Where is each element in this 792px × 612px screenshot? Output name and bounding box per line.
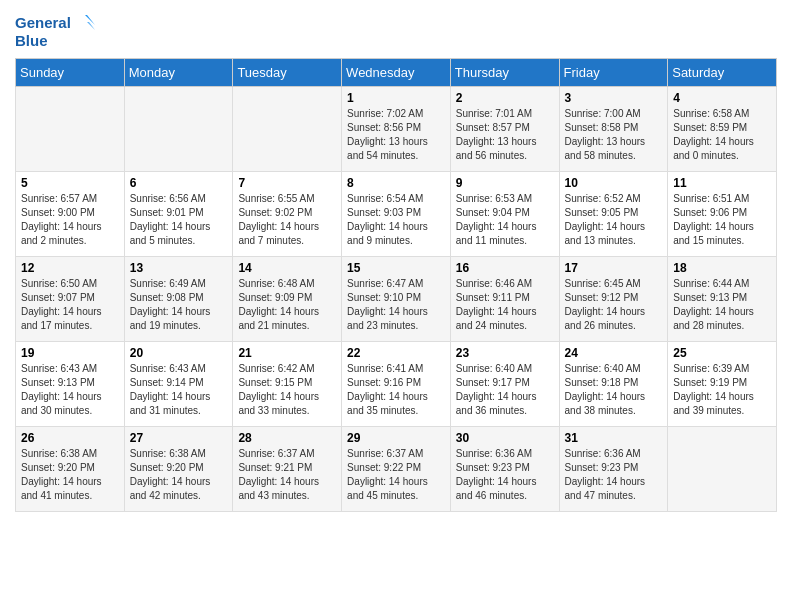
day-number: 4 [673,91,771,105]
calendar-cell: 28Sunrise: 6:37 AM Sunset: 9:21 PM Dayli… [233,427,342,512]
calendar-cell: 7Sunrise: 6:55 AM Sunset: 9:02 PM Daylig… [233,172,342,257]
weekday-header-sunday: Sunday [16,59,125,87]
calendar-cell: 5Sunrise: 6:57 AM Sunset: 9:00 PM Daylig… [16,172,125,257]
calendar-cell: 30Sunrise: 6:36 AM Sunset: 9:23 PM Dayli… [450,427,559,512]
day-number: 9 [456,176,554,190]
day-number: 26 [21,431,119,445]
day-number: 15 [347,261,445,275]
day-number: 5 [21,176,119,190]
day-number: 18 [673,261,771,275]
calendar-cell [668,427,777,512]
day-number: 22 [347,346,445,360]
day-number: 25 [673,346,771,360]
day-info: Sunrise: 6:42 AM Sunset: 9:15 PM Dayligh… [238,362,336,418]
day-info: Sunrise: 7:02 AM Sunset: 8:56 PM Dayligh… [347,107,445,163]
svg-text:General: General [15,14,71,31]
day-info: Sunrise: 6:48 AM Sunset: 9:09 PM Dayligh… [238,277,336,333]
calendar-cell: 21Sunrise: 6:42 AM Sunset: 9:15 PM Dayli… [233,342,342,427]
day-info: Sunrise: 6:44 AM Sunset: 9:13 PM Dayligh… [673,277,771,333]
day-number: 12 [21,261,119,275]
calendar-cell: 4Sunrise: 6:58 AM Sunset: 8:59 PM Daylig… [668,87,777,172]
calendar-cell: 13Sunrise: 6:49 AM Sunset: 9:08 PM Dayli… [124,257,233,342]
calendar-cell: 23Sunrise: 6:40 AM Sunset: 9:17 PM Dayli… [450,342,559,427]
day-number: 28 [238,431,336,445]
calendar-cell: 27Sunrise: 6:38 AM Sunset: 9:20 PM Dayli… [124,427,233,512]
logo-svg: General Blue [15,10,95,50]
day-info: Sunrise: 6:47 AM Sunset: 9:10 PM Dayligh… [347,277,445,333]
day-number: 10 [565,176,663,190]
day-info: Sunrise: 6:51 AM Sunset: 9:06 PM Dayligh… [673,192,771,248]
calendar-cell: 16Sunrise: 6:46 AM Sunset: 9:11 PM Dayli… [450,257,559,342]
calendar-cell: 14Sunrise: 6:48 AM Sunset: 9:09 PM Dayli… [233,257,342,342]
calendar-week-row: 19Sunrise: 6:43 AM Sunset: 9:13 PM Dayli… [16,342,777,427]
calendar-cell: 6Sunrise: 6:56 AM Sunset: 9:01 PM Daylig… [124,172,233,257]
day-number: 27 [130,431,228,445]
day-info: Sunrise: 6:43 AM Sunset: 9:14 PM Dayligh… [130,362,228,418]
page-header: General Blue [15,10,777,50]
weekday-header-thursday: Thursday [450,59,559,87]
day-info: Sunrise: 6:36 AM Sunset: 9:23 PM Dayligh… [456,447,554,503]
day-number: 11 [673,176,771,190]
day-info: Sunrise: 6:41 AM Sunset: 9:16 PM Dayligh… [347,362,445,418]
weekday-header-wednesday: Wednesday [342,59,451,87]
calendar-cell [16,87,125,172]
calendar-week-row: 1Sunrise: 7:02 AM Sunset: 8:56 PM Daylig… [16,87,777,172]
svg-marker-3 [87,22,95,30]
day-info: Sunrise: 6:56 AM Sunset: 9:01 PM Dayligh… [130,192,228,248]
day-number: 30 [456,431,554,445]
day-info: Sunrise: 6:36 AM Sunset: 9:23 PM Dayligh… [565,447,663,503]
calendar-cell: 19Sunrise: 6:43 AM Sunset: 9:13 PM Dayli… [16,342,125,427]
day-info: Sunrise: 6:49 AM Sunset: 9:08 PM Dayligh… [130,277,228,333]
day-number: 19 [21,346,119,360]
day-info: Sunrise: 6:58 AM Sunset: 8:59 PM Dayligh… [673,107,771,163]
day-info: Sunrise: 7:00 AM Sunset: 8:58 PM Dayligh… [565,107,663,163]
day-number: 21 [238,346,336,360]
day-number: 3 [565,91,663,105]
weekday-header-saturday: Saturday [668,59,777,87]
calendar-week-row: 26Sunrise: 6:38 AM Sunset: 9:20 PM Dayli… [16,427,777,512]
calendar-cell: 22Sunrise: 6:41 AM Sunset: 9:16 PM Dayli… [342,342,451,427]
day-number: 17 [565,261,663,275]
day-number: 7 [238,176,336,190]
day-number: 31 [565,431,663,445]
calendar-cell: 15Sunrise: 6:47 AM Sunset: 9:10 PM Dayli… [342,257,451,342]
day-info: Sunrise: 6:52 AM Sunset: 9:05 PM Dayligh… [565,192,663,248]
calendar-cell: 2Sunrise: 7:01 AM Sunset: 8:57 PM Daylig… [450,87,559,172]
day-info: Sunrise: 6:38 AM Sunset: 9:20 PM Dayligh… [21,447,119,503]
calendar-cell: 17Sunrise: 6:45 AM Sunset: 9:12 PM Dayli… [559,257,668,342]
weekday-header-friday: Friday [559,59,668,87]
day-number: 29 [347,431,445,445]
day-info: Sunrise: 6:38 AM Sunset: 9:20 PM Dayligh… [130,447,228,503]
calendar-cell: 18Sunrise: 6:44 AM Sunset: 9:13 PM Dayli… [668,257,777,342]
day-number: 16 [456,261,554,275]
calendar-cell: 26Sunrise: 6:38 AM Sunset: 9:20 PM Dayli… [16,427,125,512]
svg-text:Blue: Blue [15,32,48,49]
calendar-cell: 25Sunrise: 6:39 AM Sunset: 9:19 PM Dayli… [668,342,777,427]
calendar-cell: 31Sunrise: 6:36 AM Sunset: 9:23 PM Dayli… [559,427,668,512]
day-number: 23 [456,346,554,360]
calendar-cell [233,87,342,172]
day-info: Sunrise: 6:53 AM Sunset: 9:04 PM Dayligh… [456,192,554,248]
day-info: Sunrise: 6:55 AM Sunset: 9:02 PM Dayligh… [238,192,336,248]
calendar-week-row: 5Sunrise: 6:57 AM Sunset: 9:00 PM Daylig… [16,172,777,257]
calendar-cell: 12Sunrise: 6:50 AM Sunset: 9:07 PM Dayli… [16,257,125,342]
weekday-header-row: SundayMondayTuesdayWednesdayThursdayFrid… [16,59,777,87]
day-number: 24 [565,346,663,360]
day-number: 14 [238,261,336,275]
weekday-header-tuesday: Tuesday [233,59,342,87]
day-number: 2 [456,91,554,105]
day-number: 13 [130,261,228,275]
day-number: 8 [347,176,445,190]
calendar-cell: 10Sunrise: 6:52 AM Sunset: 9:05 PM Dayli… [559,172,668,257]
day-info: Sunrise: 7:01 AM Sunset: 8:57 PM Dayligh… [456,107,554,163]
day-info: Sunrise: 6:39 AM Sunset: 9:19 PM Dayligh… [673,362,771,418]
calendar-table: SundayMondayTuesdayWednesdayThursdayFrid… [15,58,777,512]
day-number: 1 [347,91,445,105]
calendar-cell: 29Sunrise: 6:37 AM Sunset: 9:22 PM Dayli… [342,427,451,512]
day-number: 20 [130,346,228,360]
calendar-cell: 11Sunrise: 6:51 AM Sunset: 9:06 PM Dayli… [668,172,777,257]
day-info: Sunrise: 6:43 AM Sunset: 9:13 PM Dayligh… [21,362,119,418]
calendar-cell: 3Sunrise: 7:00 AM Sunset: 8:58 PM Daylig… [559,87,668,172]
day-number: 6 [130,176,228,190]
day-info: Sunrise: 6:40 AM Sunset: 9:17 PM Dayligh… [456,362,554,418]
